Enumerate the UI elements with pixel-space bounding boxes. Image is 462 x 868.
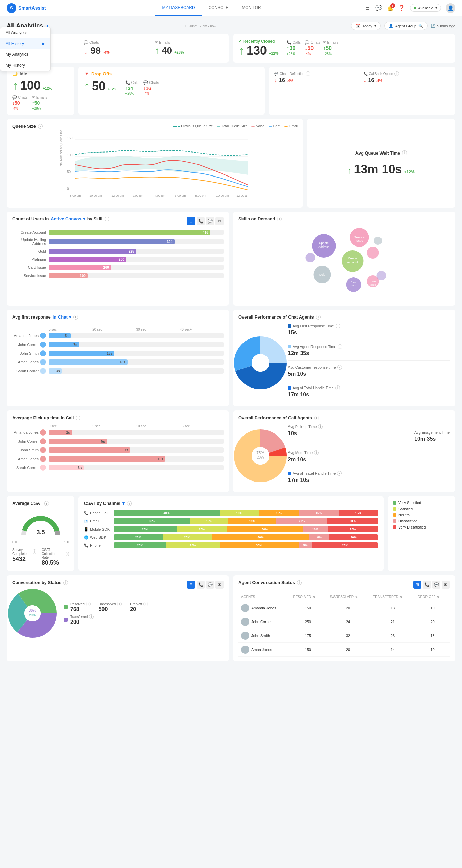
conv-tab-email[interactable]: ✉	[215, 581, 224, 589]
queue-size-card: Queue Size i Previous Queue Size Total Q…	[7, 119, 303, 208]
metric3-info[interactable]: i	[335, 385, 340, 390]
csat-segment: 20%	[329, 534, 378, 540]
chats-deflection: 💬 Chats Deflection i ↓ 16 -4%	[274, 71, 361, 84]
queue-info[interactable]: i	[38, 124, 43, 129]
unresolved-cell: 20	[326, 643, 370, 657]
agent-tab-voice[interactable]: 📞	[423, 581, 431, 589]
skill-name: Service Issue	[12, 274, 46, 278]
nav-console[interactable]: CONSOLE	[202, 1, 235, 16]
active-convos-info[interactable]: i	[105, 217, 109, 221]
avg-wait-value: ↑ 13m 10s +12%	[348, 162, 414, 177]
col-transferred[interactable]: TRANSFERRED ⇅	[370, 593, 415, 601]
date-filter[interactable]: 📅 Today ▾	[351, 22, 380, 30]
agent-conv-info[interactable]: i	[297, 580, 302, 585]
agent-tab-chat[interactable]: 💬	[432, 581, 440, 589]
dropdown-my-history[interactable]: My History	[0, 60, 50, 71]
header: S SmartAssist MY DASHBOARD CONSOLE MONIT…	[0, 0, 462, 16]
svg-text:Service: Service	[354, 236, 364, 239]
csat-channel-dropdown[interactable]: ▾	[122, 501, 125, 506]
call-x-labels: 0 sec 5 sec 10 sec 15 sec	[49, 424, 224, 428]
transferred-info[interactable]: i	[89, 614, 94, 619]
status-chevron: ▾	[435, 6, 437, 10]
tab-chat[interactable]: 💬	[206, 217, 214, 225]
monitor-icon[interactable]: 🖥	[364, 5, 371, 11]
conv-status-info[interactable]: i	[63, 580, 68, 585]
skill-name: Gold	[12, 249, 46, 253]
avg-csat-info[interactable]: i	[44, 501, 49, 506]
call-agent-avatar	[40, 456, 46, 462]
col-unresolved[interactable]: UNSRESOLVED ⇅	[326, 593, 370, 601]
csat-legend-item: Neutral	[393, 513, 450, 517]
skills-demand-info[interactable]: i	[277, 217, 282, 221]
avg-first-resp-metric: Avg First Response Time i 15s	[288, 324, 450, 340]
unresolved-info[interactable]: i	[117, 602, 122, 606]
tab-email[interactable]: ✉	[215, 217, 224, 225]
legend-label: Dissatisfied	[398, 519, 417, 523]
collection-info[interactable]: i	[66, 552, 69, 556]
csat-channel-row: 📞 Phone 20%20%30%5%25%	[84, 542, 378, 548]
svg-text:8:00 pm: 8:00 pm	[195, 194, 206, 197]
nav-my-dashboard[interactable]: MY DASHBOARD	[155, 1, 202, 16]
overall-chat-title: Overall Performance of Chat Agents i	[238, 314, 450, 320]
avg-pickup-info[interactable]: i	[76, 416, 80, 420]
transferred-cell: 23	[370, 629, 415, 643]
csat-channel-row: 📱 Mobile SDK 25%20%30%10%20%	[84, 526, 378, 532]
csat-segment: 20%	[114, 542, 166, 548]
status-button[interactable]: Avaliable ▾	[410, 4, 441, 12]
dropdown-my-analytics[interactable]: My Analytics	[0, 49, 50, 60]
csat-row: Average CSAT i 3.5 0.0 5.0 Survey	[7, 496, 455, 571]
callback-info[interactable]: i	[394, 71, 399, 76]
conv-tab-voice[interactable]: 📞	[197, 581, 205, 589]
conv-tab-all[interactable]: ⊞	[187, 581, 195, 589]
col-resolved[interactable]: RESOLVED ⇅	[290, 593, 326, 601]
csat-channel-row: 📧 Email 30%15%19%20%20%	[84, 518, 378, 524]
svg-text:3.5: 3.5	[36, 529, 45, 536]
call-agent-avatar	[40, 465, 46, 471]
dark-blue-dot	[288, 324, 291, 328]
col-dropoff[interactable]: DROP-OFF ⇅	[415, 593, 450, 601]
survey-info[interactable]: i	[33, 549, 36, 554]
metric0-info[interactable]: i	[336, 324, 340, 328]
avg-first-info[interactable]: i	[73, 315, 78, 320]
call-metric0-info[interactable]: i	[318, 424, 323, 429]
avg-wait-info[interactable]: i	[402, 150, 407, 155]
call-agent-avatar	[40, 429, 46, 436]
skill-bar-container: 416	[49, 230, 224, 235]
chats-defl-info[interactable]: i	[306, 71, 310, 76]
csat-channel-label: 📞 Phone Call	[84, 511, 111, 515]
metric2-info[interactable]: i	[337, 365, 342, 370]
avg-first-channel[interactable]: in Chat ▾	[53, 314, 71, 320]
conv-tab-chat[interactable]: 💬	[206, 581, 214, 589]
chat-agent-row: Amanda Jones 5s	[12, 333, 224, 339]
dropdown-all-history[interactable]: All History ▶	[0, 38, 50, 49]
help-icon[interactable]: ❓	[398, 5, 405, 11]
dropoff-info[interactable]: i	[143, 602, 148, 606]
csat-segment: 20%	[163, 534, 212, 540]
active-convos-link[interactable]: Active Convos ▾	[51, 216, 85, 221]
page-content: All Analytics ▲ 13 June 12 am - now 📅 To…	[0, 16, 462, 671]
dropdown-all-analytics[interactable]: All Analytics	[0, 27, 50, 38]
agent-tab-all[interactable]: ⊞	[413, 581, 421, 589]
message-icon[interactable]: 💬	[375, 5, 382, 11]
group-filter[interactable]: 👤 Agent Group 🔍	[384, 22, 428, 30]
overall-call-info[interactable]: i	[314, 416, 319, 420]
call-metric3-info[interactable]: i	[337, 471, 342, 476]
metric1-info[interactable]: i	[338, 344, 342, 349]
call-agent-bars: Amanda Jones 2s John Corner 5s John Smit…	[12, 429, 224, 471]
tab-voice[interactable]: 📞	[197, 217, 205, 225]
call-bar: 7s	[49, 447, 130, 453]
agent-tab-email[interactable]: ✉	[442, 581, 450, 589]
tab-all[interactable]: ⊞	[187, 217, 195, 225]
active-convos-title: Count of Users in Active Convos ▾ by Ski…	[12, 216, 109, 221]
user-avatar[interactable]: 👤	[446, 3, 455, 13]
csat-channel-info[interactable]: i	[127, 501, 132, 506]
nav-monitor[interactable]: MONITOR	[235, 1, 268, 16]
call-metric2-info[interactable]: i	[314, 450, 319, 455]
agent-conv-status-card: Agent Conversation Status i ⊞ 📞 💬 ✉ AGEN…	[233, 575, 455, 661]
resolved-info[interactable]: i	[86, 602, 91, 606]
overall-chat-info[interactable]: i	[316, 315, 321, 320]
call-agent-row: Amanda Jones 2s	[12, 429, 224, 436]
bell-icon[interactable]: 🔔!	[387, 5, 394, 11]
agent-conv-tabs: ⊞ 📞 💬 ✉	[413, 581, 450, 589]
csat-legend-item: Dissatisfied	[393, 519, 450, 523]
